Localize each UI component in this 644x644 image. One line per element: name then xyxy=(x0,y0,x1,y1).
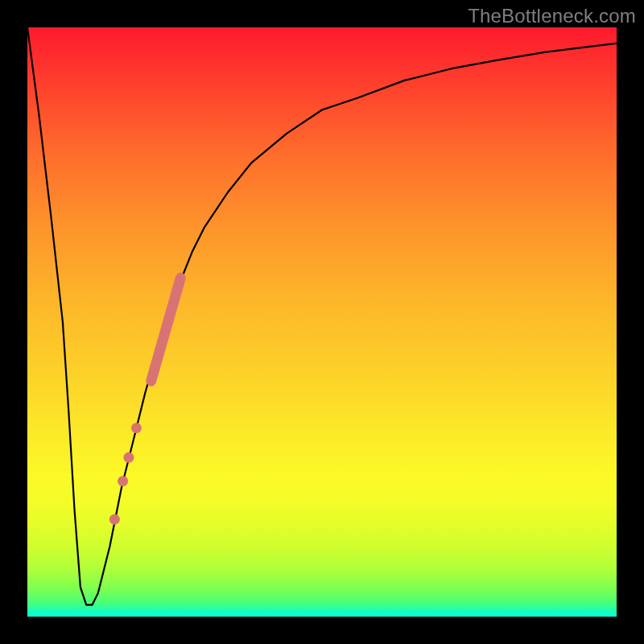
highlight-dot xyxy=(118,476,128,486)
highlight-dot xyxy=(123,452,134,463)
curve-layer xyxy=(27,27,617,617)
highlight-dot xyxy=(131,423,142,433)
chart-frame: TheBottleneck.com xyxy=(0,0,644,644)
highlight-bar xyxy=(151,278,181,381)
plot-area xyxy=(27,27,617,617)
watermark-text: TheBottleneck.com xyxy=(468,5,636,27)
highlight-dot xyxy=(109,514,120,525)
